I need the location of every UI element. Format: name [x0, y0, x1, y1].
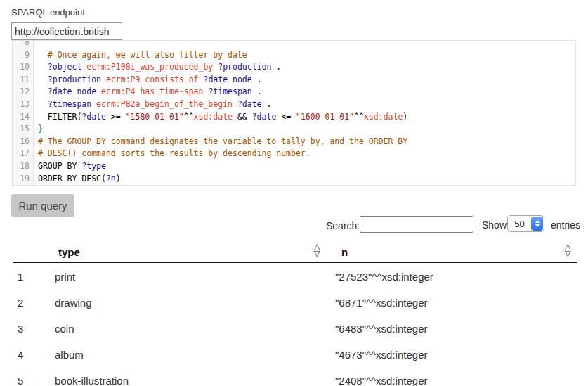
line-number: 12 [13, 86, 33, 98]
line-number: 19 [13, 173, 33, 186]
up-down-chevrons-icon [531, 217, 543, 231]
code-text: ?production ecrm:P9_consists_of ?date_no… [33, 74, 262, 86]
line-number: 14 [13, 111, 33, 124]
search-label: Search: [326, 220, 360, 231]
endpoint-label: SPARQL endpoint [11, 7, 85, 18]
code-lines: 89 # Once again, we will also filter by … [13, 40, 575, 185]
code-editor[interactable]: 89 # Once again, we will also filter by … [12, 40, 576, 186]
code-text: GROUP BY ?type [33, 160, 106, 173]
table-row: 3coin"6483"^^xsd:integer [0, 316, 588, 342]
row-index: 5 [18, 368, 23, 386]
sort-desc-icon: ▽ [314, 250, 320, 257]
sort-icon-n[interactable]: △ ▽ [565, 243, 570, 257]
row-index: 1 [18, 264, 23, 290]
table-row: 2drawing"6871"^^xsd:integer [0, 290, 588, 316]
chevron-down-icon [535, 224, 540, 227]
run-query-button[interactable]: Run query [11, 194, 74, 217]
sort-icon-type[interactable]: △ ▽ [314, 243, 320, 257]
line-number: 13 [13, 98, 33, 111]
n-cell: "6483"^^xsd:integer [335, 316, 427, 342]
code-text: # DESC() command sorts the results by de… [33, 148, 311, 160]
code-text: } [33, 123, 43, 136]
page-size-select[interactable]: 50 [507, 215, 544, 232]
n-column-header[interactable]: n [341, 246, 348, 258]
row-index: 2 [18, 290, 23, 316]
n-cell: "27523"^^xsd:integer [335, 264, 433, 290]
page-size-value: 50 [508, 216, 531, 231]
search-input[interactable] [360, 216, 473, 233]
code-text: ?date_node ecrm:P4_has_time-span ?timesp… [33, 86, 262, 98]
code-text: # Once again, we will also filter by dat… [33, 49, 247, 62]
code-line: 8 [13, 40, 575, 49]
code-line: 17# DESC() command sorts the results by … [13, 148, 575, 160]
sort-desc-icon: ▽ [565, 250, 570, 257]
code-text: ?timespan ecrm:P82a_begin_of_the_begin ?… [33, 98, 271, 111]
entries-label: entries [551, 219, 580, 231]
type-column-header[interactable]: type [58, 246, 80, 258]
line-number: 8 [13, 40, 33, 49]
table-row: 4album"4673"^^xsd:integer [0, 342, 588, 368]
row-index: 4 [18, 342, 23, 368]
code-text: ?object ecrm:P108i_was_produced_by ?prod… [33, 61, 281, 74]
n-cell: "6871"^^xsd:integer [335, 290, 427, 316]
line-number: 9 [13, 49, 33, 62]
line-number: 16 [13, 136, 33, 148]
code-line: 12 ?date_node ecrm:P4_has_time-span ?tim… [13, 86, 575, 98]
code-line: 14 FILTER(?date >= "1580-01-01"^^xsd:dat… [13, 111, 575, 124]
line-number: 17 [13, 148, 33, 160]
type-cell: print [55, 264, 75, 290]
code-text: FILTER(?date >= "1580-01-01"^^xsd:date &… [33, 111, 407, 124]
code-line: 18GROUP BY ?type [13, 160, 575, 173]
line-number: 10 [13, 61, 33, 74]
code-line: 19ORDER BY DESC(?n) [13, 173, 575, 186]
line-number: 11 [13, 74, 33, 86]
line-number: 18 [13, 160, 33, 173]
code-line: 9 # Once again, we will also filter by d… [13, 49, 575, 62]
code-line: 11 ?production ecrm:P9_consists_of ?date… [13, 74, 575, 86]
row-index: 3 [18, 316, 23, 342]
type-cell: drawing [55, 290, 92, 316]
n-cell: "4673"^^xsd:integer [335, 342, 427, 368]
endpoint-input[interactable] [11, 22, 122, 40]
code-line: 13 ?timespan ecrm:P82a_begin_of_the_begi… [13, 98, 575, 111]
show-entries-label: Show [482, 219, 507, 231]
code-line: 10 ?object ecrm:P108i_was_produced_by ?p… [13, 61, 575, 74]
table-row: 5book-illustration"2408"^^xsd:integer [0, 368, 588, 386]
code-line: 15} [13, 123, 575, 136]
n-cell: "2408"^^xsd:integer [335, 368, 427, 386]
type-cell: album [55, 342, 84, 368]
line-number: 15 [13, 123, 33, 136]
chevron-up-icon [535, 220, 540, 223]
code-line: 16# The GROUP BY command designates the … [13, 136, 575, 148]
table-body: 1print"27523"^^xsd:integer2drawing"6871"… [0, 264, 588, 386]
code-text [33, 40, 38, 49]
type-cell: book-illustration [55, 368, 129, 386]
table-header-rule [13, 262, 577, 263]
code-text: # The GROUP BY command designates the va… [33, 136, 407, 148]
code-text: ORDER BY DESC(?n) [33, 173, 121, 186]
type-cell: coin [55, 316, 74, 342]
table-row: 1print"27523"^^xsd:integer [0, 264, 588, 290]
